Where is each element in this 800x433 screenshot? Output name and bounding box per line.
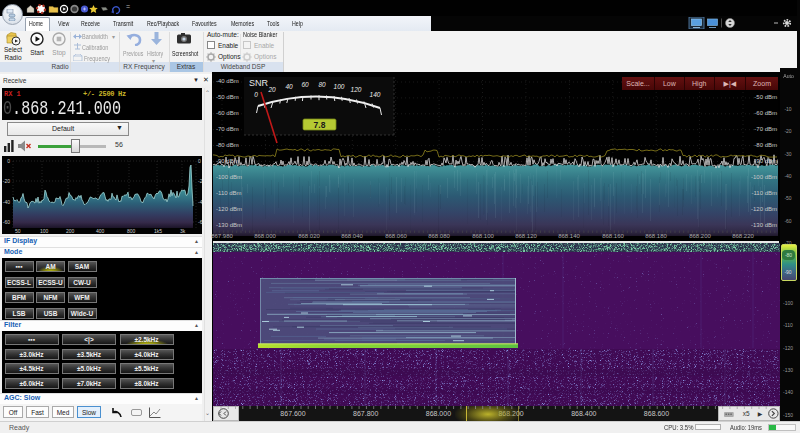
svg-text:50: 50: [15, 228, 21, 234]
svg-text:3k: 3k: [180, 228, 186, 234]
svg-text:800: 800: [127, 228, 136, 234]
svg-text:100: 100: [334, 83, 345, 90]
svg-text:400: 400: [96, 228, 105, 234]
svg-text:120: 120: [351, 86, 362, 93]
svg-text:-40: -40: [3, 199, 10, 205]
svg-text:80: 80: [318, 81, 326, 88]
svg-text:-40: -40: [198, 199, 202, 205]
svg-text:40: 40: [285, 83, 293, 90]
svg-text:20: 20: [267, 86, 276, 93]
svg-text:SNR: SNR: [249, 78, 269, 88]
svg-text:7.8: 7.8: [314, 120, 326, 130]
svg-text:-60: -60: [198, 219, 202, 225]
svg-text:100: 100: [40, 228, 49, 234]
svg-text:0: 0: [7, 158, 10, 164]
svg-text:140: 140: [370, 91, 381, 98]
svg-text:60: 60: [301, 81, 309, 88]
svg-text:0: 0: [198, 158, 201, 164]
svg-text:1k5: 1k5: [154, 228, 162, 234]
svg-text:-60: -60: [3, 219, 10, 225]
svg-text:-20: -20: [3, 178, 10, 184]
svg-text:-20: -20: [198, 178, 202, 184]
svg-text:0: 0: [254, 91, 258, 98]
svg-text:200: 200: [66, 228, 75, 234]
